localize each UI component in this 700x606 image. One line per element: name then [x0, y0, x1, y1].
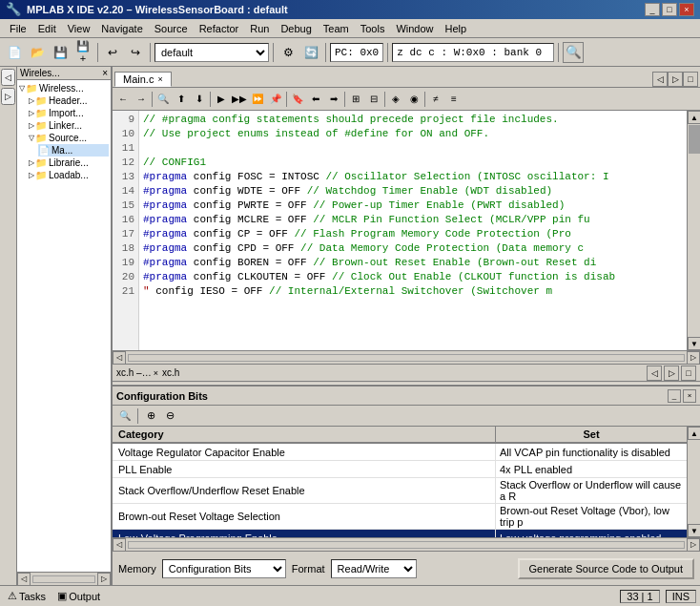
close-button[interactable]: × [679, 3, 694, 16]
format-select[interactable]: Read/Write [331, 559, 417, 578]
generate-source-button[interactable]: Generate Source Code to Output [518, 558, 694, 579]
refresh-button[interactable]: 🔄 [300, 42, 321, 63]
ed-macro-btn[interactable]: ◈ [387, 91, 404, 108]
ed-search-next[interactable]: ⬇ [191, 91, 208, 108]
bottom-tab-nav[interactable]: ◁ ▷ □ [647, 366, 696, 381]
menu-navigate[interactable]: Navigate [95, 22, 148, 35]
menu-window[interactable]: Window [390, 22, 439, 35]
new-file-button[interactable]: 📄 [4, 42, 25, 63]
ed-diff-btn2[interactable]: ≡ [445, 91, 463, 108]
code-content[interactable]: // #pragma config statements should prec… [139, 111, 687, 350]
config-hscroll-track[interactable] [128, 541, 685, 549]
code-vscrollbar[interactable]: ▲ ▼ [687, 111, 700, 350]
expand-icon-lib[interactable]: ▷ [29, 158, 34, 167]
ed-toggle-btn[interactable]: ⊞ [347, 91, 364, 108]
ed-back-button[interactable]: ← [114, 91, 132, 108]
window-controls[interactable]: _ □ × [645, 3, 694, 16]
config-vscrollbar[interactable]: ▲ ▼ [687, 427, 700, 537]
tab-close-icon[interactable]: × [157, 74, 162, 84]
config-search-button[interactable]: 🔍 [116, 407, 134, 425]
config-row-1[interactable]: PLL Enable 4x PLL enabled [113, 461, 687, 478]
config-row-4[interactable]: Low-Voltage Programming Enable Low-volta… [113, 530, 687, 537]
menu-run[interactable]: Run [244, 22, 275, 35]
memory-select[interactable]: Configuration Bits [162, 559, 286, 578]
config-minimize-button[interactable]: _ [668, 389, 681, 403]
code-scroll-down[interactable]: ▼ [688, 337, 700, 350]
code-hscroll-left[interactable]: ◁ [113, 351, 126, 365]
save-button[interactable]: 💾 [50, 42, 71, 63]
settings-button[interactable]: ⚙ [278, 42, 299, 63]
menu-view[interactable]: View [62, 22, 96, 35]
menu-help[interactable]: Help [440, 22, 473, 35]
ed-btn6[interactable]: 📌 [267, 91, 284, 108]
expand-icon-header[interactable]: ▷ [29, 96, 34, 105]
toggle-sidebar-button[interactable]: ◁ [1, 69, 15, 86]
bottom-tab-xch[interactable]: xc.h [162, 367, 179, 378]
code-scroll-up[interactable]: ▲ [688, 111, 700, 124]
menu-source[interactable]: Source [149, 22, 194, 35]
ed-search-button[interactable]: 🔍 [154, 91, 172, 108]
tree-scroll-track[interactable] [32, 575, 95, 583]
open-file-button[interactable]: 📂 [27, 42, 48, 63]
menu-tools[interactable]: Tools [355, 22, 391, 35]
code-hscroll-right[interactable]: ▷ [687, 351, 700, 365]
config-scroll-up[interactable]: ▲ [688, 427, 700, 440]
menu-edit[interactable]: Edit [32, 22, 62, 35]
ed-btn5[interactable]: ⏩ [249, 91, 266, 108]
tab-nav-left[interactable]: ◁ [652, 72, 668, 87]
config-btn2[interactable]: ⊖ [161, 407, 178, 425]
ed-btn3[interactable]: ▶ [213, 91, 230, 108]
ed-bookmark[interactable]: 🔖 [289, 91, 306, 108]
config-row-3[interactable]: Brown-out Reset Voltage Selection Brown-… [113, 504, 687, 530]
code-lines-area[interactable]: // #pragma config statements should prec… [139, 111, 687, 350]
config-hscroll-right[interactable]: ▷ [687, 538, 700, 552]
expand-icon-root[interactable]: ▽ [19, 84, 25, 93]
panel-close-icon[interactable]: × [102, 68, 108, 78]
ed-macro-btn2[interactable]: ◉ [405, 91, 422, 108]
tab-nav-right[interactable]: ▷ [668, 72, 683, 87]
config-row-0[interactable]: Voltage Regulator Capacitor Enable All V… [113, 444, 687, 461]
bottom-tab-xchmain[interactable]: xc.h –… × [116, 367, 158, 378]
config-scroll-track[interactable] [688, 440, 700, 524]
code-hscrollbar[interactable]: ◁ ▷ [113, 350, 700, 364]
bottom-nav-right[interactable]: ▷ [664, 366, 679, 381]
ed-btn4[interactable]: ▶▶ [231, 91, 248, 108]
code-scroll-track[interactable] [688, 124, 700, 337]
expand-icon-load[interactable]: ▷ [29, 171, 34, 179]
tree-import[interactable]: ▷ 📁 Import... [29, 107, 109, 119]
ed-diff-btn[interactable]: ≠ [427, 91, 444, 108]
tree-hscrollbar[interactable]: ◁ ▷ [17, 572, 111, 585]
config-title-buttons[interactable]: _ × [668, 389, 696, 403]
config-scroll-down[interactable]: ▼ [688, 524, 700, 537]
tree-libraries[interactable]: ▷ 📁 Librarie... [29, 157, 109, 169]
editor-tab-main[interactable]: Main.c × [114, 72, 172, 87]
configuration-select[interactable]: default [154, 43, 269, 62]
bottom-nav-restore[interactable]: □ [681, 366, 696, 381]
expand-icon-source[interactable]: ▽ [29, 134, 34, 142]
tree-scroll-right[interactable]: ▷ [97, 573, 111, 586]
bottom-nav-left[interactable]: ◁ [647, 366, 662, 381]
code-scroll-thumb[interactable] [689, 125, 700, 154]
ed-bookmark-next[interactable]: ➡ [325, 91, 342, 108]
config-close-button[interactable]: × [683, 389, 696, 403]
save-all-button[interactable]: 💾+ [72, 42, 93, 63]
expand-icon-import[interactable]: ▷ [29, 109, 34, 117]
ed-forward-button[interactable]: → [133, 91, 150, 108]
redo-button[interactable]: ↪ [125, 42, 146, 63]
expand-icon-linker[interactable]: ▷ [29, 121, 34, 130]
ed-search-prev[interactable]: ⬆ [173, 91, 190, 108]
config-btn1[interactable]: ⊕ [142, 407, 159, 425]
config-hscroll-left[interactable]: ◁ [113, 538, 126, 552]
minimize-button[interactable]: _ [645, 3, 660, 16]
bottom-tab1-close[interactable]: × [154, 368, 158, 378]
toggle-sidebar-btn2[interactable]: ▷ [1, 88, 15, 105]
tree-source[interactable]: ▽ 📁 Source... [29, 132, 109, 144]
tasks-item[interactable]: ⚠ Tasks [4, 589, 50, 603]
ed-toggle-btn2[interactable]: ⊟ [365, 91, 382, 108]
config-hscrollbar[interactable]: ◁ ▷ [113, 537, 700, 551]
tree-main[interactable]: 📄 Ma... [38, 144, 109, 157]
menu-file[interactable]: File [4, 22, 32, 35]
tab-nav[interactable]: ◁ ▷ □ [652, 72, 698, 87]
tree-root[interactable]: ▽ 📁 Wireless... [19, 82, 109, 94]
tab-nav-restore[interactable]: □ [683, 72, 698, 87]
